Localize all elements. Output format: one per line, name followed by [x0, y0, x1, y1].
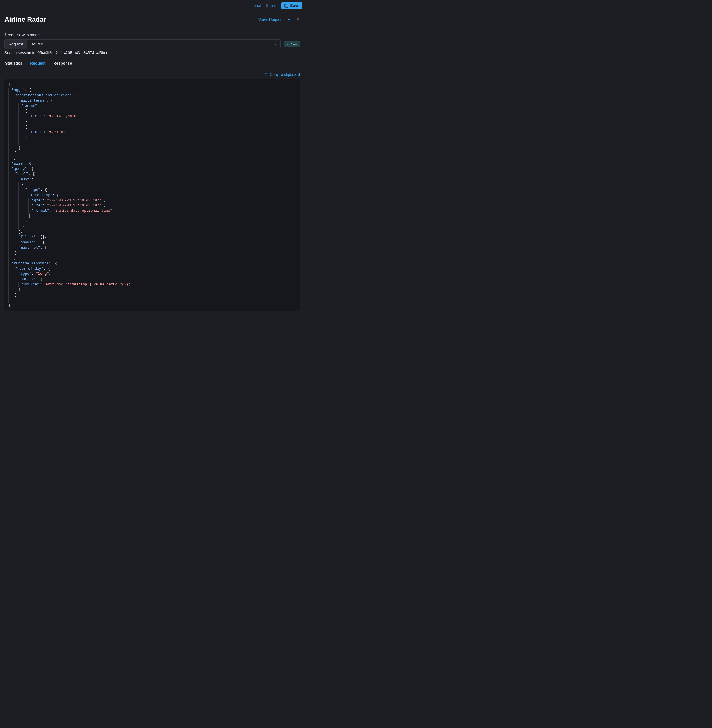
inspect-link[interactable]: Inspect — [248, 3, 261, 8]
close-icon[interactable] — [296, 17, 300, 22]
chevron-down-icon — [274, 43, 277, 45]
save-button[interactable]: Save — [281, 1, 302, 9]
copy-to-clipboard-button[interactable]: Copy to clipboard — [264, 72, 300, 77]
share-link[interactable]: Share — [266, 3, 276, 8]
request-time-badge: 1ms — [284, 41, 300, 48]
tab-response[interactable]: Response — [53, 59, 73, 68]
request-dropdown-value: source — [31, 42, 43, 46]
copy-to-clipboard-label: Copy to clipboard — [270, 72, 300, 77]
check-icon — [286, 42, 290, 46]
tab-request[interactable]: Request — [30, 59, 46, 68]
request-segment-label: Request — [5, 40, 27, 49]
view-mode-toggle[interactable]: View: Requests — [258, 17, 291, 22]
request-time-value: 1ms — [291, 42, 298, 46]
request-count-text: 1 request was made — [4, 33, 300, 37]
top-toolbar: Inspect Share Save — [0, 0, 304, 11]
svg-rect-0 — [285, 4, 288, 7]
tab-statistics[interactable]: Statistics — [4, 59, 23, 68]
save-button-label: Save — [290, 3, 300, 8]
panel-header: Airline Radar View: Requests — [0, 11, 304, 28]
request-dropdown[interactable]: source — [27, 40, 280, 49]
clipboard-icon — [264, 73, 268, 77]
search-session-id: Search session id: 054c3f2c-f211-4205-b4… — [4, 51, 300, 55]
request-body-json[interactable]: {"aggs": {"destinations_and_carriers": {… — [4, 79, 300, 311]
save-icon — [284, 3, 289, 8]
page-title: Airline Radar — [4, 16, 46, 24]
svg-rect-1 — [265, 73, 267, 76]
request-selector: Request source — [4, 39, 281, 49]
view-mode-label: View: Requests — [258, 17, 285, 22]
chevron-down-icon — [288, 19, 291, 20]
request-tabs: Statistics Request Response — [4, 59, 300, 68]
